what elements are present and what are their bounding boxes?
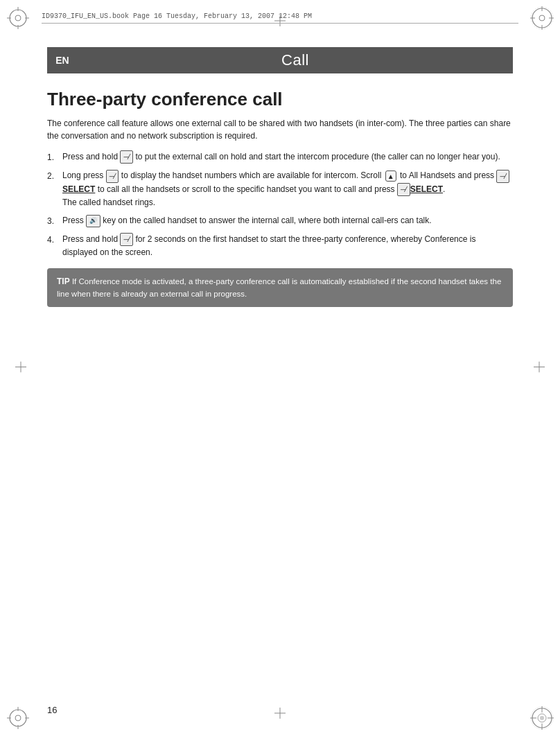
select-label-1: SELECT <box>62 184 95 194</box>
call-title: Call <box>78 47 513 73</box>
step-2-num: 2. <box>47 169 62 209</box>
left-center-mark <box>15 362 26 375</box>
call-button-icon: ─⁄ <box>120 150 133 164</box>
steps-list: 1. Press and hold ─⁄ to put the external… <box>47 150 513 259</box>
section-header: EN Call <box>47 47 513 73</box>
page-number: 16 <box>47 705 57 715</box>
scroll-icon: ▲ <box>385 170 396 182</box>
step-3: 3. Press 🔊 key on the called handset to … <box>47 214 513 227</box>
svg-point-0 <box>10 10 26 26</box>
header-strip: ID9370_IFU_EN_US.book Page 16 Tuesday, F… <box>42 12 518 24</box>
page-heading: Three-party conference call <box>47 89 513 110</box>
svg-point-14 <box>10 710 26 726</box>
tip-box: TIP If Conference mode is activated, a t… <box>47 268 513 307</box>
speaker-button-icon: 🔊 <box>86 215 100 227</box>
call-button-icon-2: ─⁄ <box>106 170 119 183</box>
svg-point-15 <box>15 715 21 721</box>
book-info-text: ID9370_IFU_EN_US.book Page 16 Tuesday, F… <box>42 12 312 20</box>
corner-mark-tr <box>530 6 554 30</box>
step-4-content: Press and hold ─⁄ for 2 seconds on the f… <box>62 233 513 259</box>
main-content: EN Call Three-party conference call The … <box>47 47 513 681</box>
svg-point-7 <box>532 8 552 28</box>
svg-point-1 <box>15 15 21 21</box>
intro-text: The conference call feature allows one e… <box>47 117 513 142</box>
lang-badge: EN <box>47 47 78 73</box>
tip-label: TIP <box>57 277 70 286</box>
corner-mark-br <box>530 706 554 730</box>
step-4: 4. Press and hold ─⁄ for 2 seconds on th… <box>47 233 513 259</box>
step-1-content: Press and hold ─⁄ to put the external ca… <box>62 150 513 164</box>
svg-point-8 <box>539 15 545 21</box>
step-3-num: 3. <box>47 214 62 227</box>
select-label-2: SELECT <box>410 184 443 194</box>
corner-mark-bl <box>6 706 30 730</box>
svg-point-22 <box>540 716 544 720</box>
step-2-content: Long press ─⁄ to display the handset num… <box>62 169 513 209</box>
select-button-icon-2: ─⁄ <box>397 183 410 196</box>
right-center-mark <box>534 362 545 375</box>
corner-mark-tl <box>6 6 30 30</box>
step-1-num: 1. <box>47 150 62 164</box>
step-4-num: 4. <box>47 233 62 259</box>
step-2: 2. Long press ─⁄ to display the handset … <box>47 169 513 209</box>
bottom-center-mark <box>274 708 286 721</box>
tip-text: If Conference mode is activated, a three… <box>57 277 501 297</box>
step-3-content: Press 🔊 key on the called handset to ans… <box>62 214 513 227</box>
call-button-icon-3: ─⁄ <box>120 233 133 246</box>
select-button-icon: ─⁄ <box>496 170 509 183</box>
step-1: 1. Press and hold ─⁄ to put the external… <box>47 150 513 164</box>
